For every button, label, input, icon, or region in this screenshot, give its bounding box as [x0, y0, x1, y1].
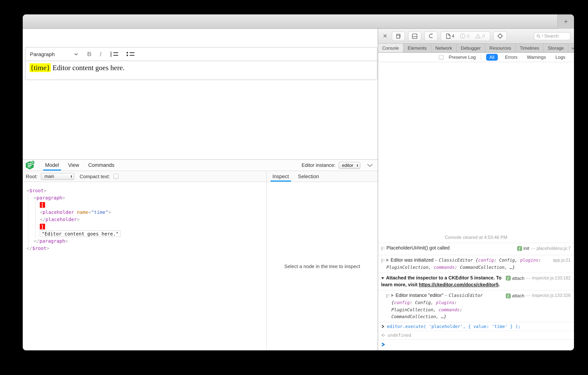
preserve-log-checkbox[interactable] [439, 55, 444, 60]
tree-segment-pn: </ [40, 217, 45, 222]
root-select[interactable]: main ▲▼ [41, 173, 74, 180]
tree-segment-pn: > [46, 245, 49, 251]
disclosure-collapsed-icon[interactable] [391, 294, 394, 297]
console-message[interactable]: PlaceholderUI#init() got calledfinit—pla… [378, 243, 574, 255]
italic-button[interactable]: I [99, 51, 102, 57]
bullet-list-button[interactable] [126, 51, 135, 57]
console-prompt[interactable] [378, 339, 574, 350]
element-picker-button[interactable] [493, 31, 507, 41]
indent-guide [28, 193, 28, 246]
devtools-reload-icon [428, 33, 434, 39]
result-arrow-icon [381, 333, 385, 337]
source-location[interactable]: placeholderui.js:7 [537, 245, 571, 252]
inspector-tab-view[interactable]: View [66, 160, 81, 171]
tree-node[interactable]: ] [27, 223, 266, 230]
message-segment: commands [439, 307, 460, 312]
paragraph-dropdown[interactable]: Paragraph [30, 47, 78, 61]
devtools-tab-elements[interactable]: Elements [403, 44, 431, 52]
indent-guide [35, 200, 36, 239]
placeholder-widget[interactable]: {time} [30, 63, 51, 72]
message-segment: ClassicEditor { [439, 257, 478, 263]
list-bar [130, 55, 135, 56]
tree-node[interactable]: </placeholder> [27, 216, 266, 223]
filter-scope-all[interactable]: All [486, 54, 498, 61]
pane-tab-selection[interactable]: Selection [296, 171, 321, 182]
filter-scope-warnings[interactable]: Warnings [525, 54, 548, 61]
page-icon [446, 33, 450, 39]
close-devtools-button[interactable]: ✕ [381, 33, 388, 39]
function-name[interactable]: attach [512, 275, 524, 282]
screen: localhost/creating-a-plugin2/ [0, 0, 588, 375]
function-name[interactable]: init [523, 245, 529, 252]
devtools-tab-storage[interactable]: Storage [544, 44, 568, 52]
numbered-list-icon: 1 [109, 51, 113, 54]
filter-scope-errors[interactable]: Errors [503, 54, 520, 61]
console-input-line[interactable]: editor.execute( 'placeholder', { value: … [378, 322, 574, 331]
filter-scope-logs[interactable]: Logs [553, 54, 567, 61]
message-text: PlaceholderUI#init() got called [387, 245, 514, 252]
search-icon [536, 34, 541, 38]
message-source: finit—placeholderui.js:7 [517, 245, 571, 252]
issues-summary-button[interactable]: 4 0 [441, 31, 490, 41]
tree-node[interactable]: "Editor content goes here." [27, 230, 266, 237]
editor-text: Editor content goes here. [51, 64, 125, 72]
inspect-selection-tabs: InspectSelection [271, 171, 326, 182]
editor-instance-select[interactable]: editor ▲▼ [338, 162, 360, 168]
message-segment: plugins [520, 257, 539, 263]
devtools-tab-overflow-button[interactable]: » [568, 44, 574, 52]
inspector-tab-model[interactable]: Model [43, 160, 61, 171]
function-badge-icon: f [506, 293, 511, 298]
source-location[interactable]: inspector.js:133:182 [532, 275, 571, 282]
devtools-reload-button[interactable] [424, 31, 437, 41]
log-icon [381, 247, 385, 251]
compact-text-checkbox[interactable] [114, 174, 119, 179]
disclosure-expanded-icon[interactable] [381, 277, 384, 279]
function-name[interactable]: attach [512, 292, 524, 299]
inspector-subbar: Root: main ▲▼ Compact text: InspectSelec… [23, 171, 378, 182]
tree-segment-pn: < [34, 195, 37, 201]
tree-segment-tag: $root [32, 245, 46, 251]
devtools-tab-timelines[interactable]: Timelines [516, 44, 544, 52]
numbered-list-button[interactable]: 1 2 [109, 51, 118, 57]
devtools-tab-debugger[interactable]: Debugger [457, 44, 485, 52]
devtools-toolbar: ✕ [378, 29, 574, 44]
console-message[interactable]: Editor was initialized – ClassicEditor {… [378, 255, 574, 272]
devtools-panel: ✕ [378, 29, 574, 350]
editor-content[interactable]: {time} Editor content goes here. [25, 61, 377, 80]
message-segment: : Config, [494, 257, 520, 263]
root-controls: Root: main ▲▼ Compact text: [23, 171, 266, 182]
console-message[interactable]: Attached the inspector to a CKEditor 5 i… [378, 272, 574, 290]
devtools-tab-resources[interactable]: Resources [485, 44, 516, 52]
tree-segment-pn: = [88, 209, 91, 215]
tree-node[interactable]: <$root> [27, 187, 266, 194]
disclosure-collapsed-icon[interactable] [387, 259, 389, 262]
tree-node[interactable]: <paragraph> [27, 194, 266, 201]
filter-scopes: AllErrorsWarningsLogs [486, 54, 567, 61]
detach-devtools-button[interactable] [392, 31, 405, 41]
pane-tab-inspect[interactable]: Inspect [271, 171, 291, 182]
dock-bottom-button[interactable] [408, 31, 421, 41]
source-location[interactable]: app.js:21 [553, 257, 571, 264]
source-location[interactable]: inspector.js:133:326 [532, 293, 571, 299]
collapse-inspector-icon[interactable] [367, 163, 373, 167]
editor-instance-label: Editor instance: [302, 162, 336, 168]
new-tab-button[interactable]: + [557, 14, 574, 29]
filter-divider [481, 55, 481, 60]
inspector-tab-commands[interactable]: Commands [86, 160, 116, 171]
tree-node[interactable]: <placeholder name="time"> [27, 209, 266, 216]
list-bar [113, 55, 118, 56]
root-value: main [44, 174, 54, 179]
devtools-tab-network[interactable]: Network [431, 44, 457, 52]
error-icon [460, 33, 465, 39]
warnings-cluster: 0 [475, 33, 485, 39]
console-message[interactable]: Editor instance "editor" – ClassicEditor… [378, 290, 574, 322]
message-segment: plugins [436, 300, 454, 305]
tree-node[interactable]: </$root> [27, 244, 266, 252]
tree-node[interactable]: [ [27, 201, 266, 209]
console-filter-bar: Preserve Log AllErrorsWarningsLogs [378, 53, 574, 62]
tree-node[interactable]: </paragraph> [27, 237, 266, 244]
tree-segment-pn: > [43, 188, 46, 193]
devtools-tab-console[interactable]: Console [378, 44, 403, 52]
devtools-search-field[interactable]: ▾ Search [534, 32, 571, 40]
bold-button[interactable]: B [87, 51, 92, 57]
